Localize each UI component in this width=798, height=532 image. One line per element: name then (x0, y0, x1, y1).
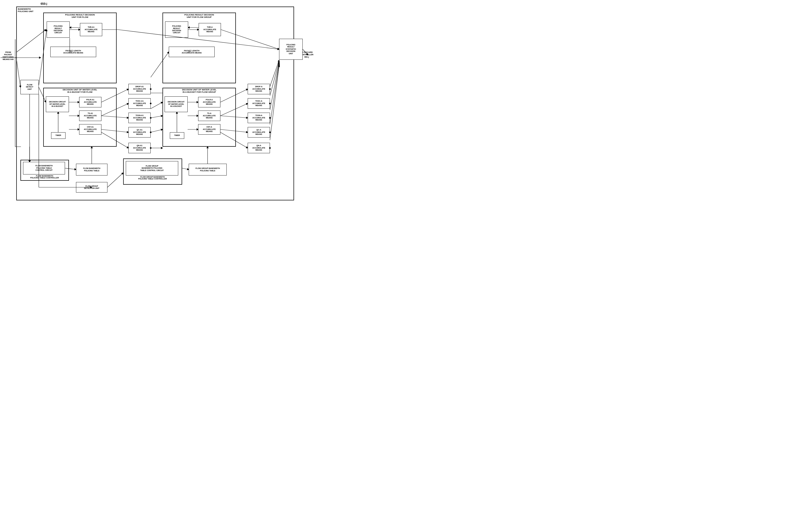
flow-bandwidth-policing-table-controller-label: FLOW BANDWIDTHPOLICING TABLE CONTROLLER (23, 175, 66, 179)
ts-a: TS-AACCUMULATEMEANS (198, 111, 220, 121)
flow-group-detection: FLOW GROUPDETECTION UNIT (76, 182, 108, 192)
policing-result-decision-circuit-2: POLICINGRESULTDECISIONCIRCUIT (165, 21, 188, 38)
timer-2: TIMER (170, 132, 184, 139)
policing-result-flow-group-label: POLICING RESULT DECISIONUNIT FOR FLOW GR… (169, 14, 229, 18)
policing-result-flow-label: POLICING RESULT DECISIONUNIT FOR FLOW (52, 14, 108, 18)
cnt-a1: CNT-A1ACCUMULATEMEANS (79, 124, 101, 135)
qn-a: QN-AACCUMULATEMEANS (248, 143, 270, 153)
flow-group-bandwidth-policing-table: FLOW GROUP BANDWIDTHPOLICING TABLE (189, 164, 227, 175)
flow-group-bandwidth-table-control-circuit: FLOW GROUPBANDWIDTH POLICINGTABLE CONTRO… (126, 161, 178, 175)
from-label: FROMPACKETSWITCHINGMEANS 640 (1, 51, 16, 60)
timer-1: TIMER (51, 132, 66, 139)
decision-unit-water-flow-group-label: DECISION UNIT OF WATER LEVELIN A BUCKET … (165, 89, 234, 93)
tosc-a: TOSC-AACCUMULATEMEANS (248, 98, 270, 109)
flow-group-bandwidth-policing-table-controller-label: FLOW GROUP BANDWIDTHPOLICING TABLE CONTR… (126, 176, 179, 180)
flow-detect-unit: FLOWDETECTUNIT (20, 80, 39, 94)
thr-a-accumulate: THR-AACCUMULATEMEANS (199, 23, 221, 36)
bandwidth-policing-unit-label: BANDWIDTHPOLICING UNIT (18, 8, 34, 13)
tosn-a: TOSN-AACCUMULATEMEANS (248, 113, 270, 123)
decision-circuit-water-1: DECISION CIRCUITOF WATER LEVELIN A BUCKE… (46, 96, 69, 112)
flow-bandwidth-policing-table: FLOW BANDWIDTHPOLICING TABLE (76, 164, 108, 175)
diagram-container: 650-j BANDWIDTHPOLICING UNIT FROMPACKETS… (0, 0, 315, 210)
polr-a1: POLR-A1ACCUMULATEMEANS (79, 97, 101, 108)
tosc-a1: TOSC-A1ACCUMULATEMEANS (128, 98, 151, 109)
policing-result-decision-circuit-1: POLICINGRESULTDECISIONCIRCUIT (47, 21, 70, 38)
decision-unit-water-flow-label: DECISION UNIT OF WATER LEVELIN A BUCKET … (46, 89, 114, 93)
thr-a1-accumulate: THR-A1ACCUMULATEMEANS (80, 23, 102, 36)
policing-result-synthetic: POLICINGRESULTSYNTHETICDECISIONUNIT (279, 39, 303, 60)
flow-bandwidth-table-control-circuit: FLOW BANDWIDTHPOLICING TABLECONTROL CIRC… (23, 162, 65, 174)
ref-label: 650-j (41, 2, 47, 5)
decision-circuit-water-2: DECISION CIRCUITOF WATER LEVELIN A BUCKE… (165, 96, 188, 112)
packet-length-accumulate-2: PACKET LENGTHACCUMULATE MEANS (169, 46, 215, 57)
qn-a1: QN-A1ACCUMULATEMEANS (128, 143, 151, 153)
qc-a1: QC-A1ACCUMULATEMEANS (128, 127, 151, 137)
polr-a: POLR-AACCUMULATEMEANS (198, 97, 220, 108)
drop-a1: DROP-A1ACCUMULATEMEANS (128, 84, 151, 94)
qc-a: QC-AACCUMULATEMEANS (248, 127, 270, 137)
ts-a1: TS-A1ACCUMULATEMEANS (79, 111, 101, 121)
packet-length-accumulate-1: PACKET LENGTHACCUMULATE MEANS (50, 46, 96, 57)
tosn-a1: TOSN-A1ACCUMULATEMEANS (128, 113, 151, 123)
cnt-a: CNT-AACCUMULATEMEANS (198, 124, 220, 135)
drop-a: DROP-AACCUMULATEMEANS (248, 84, 270, 94)
